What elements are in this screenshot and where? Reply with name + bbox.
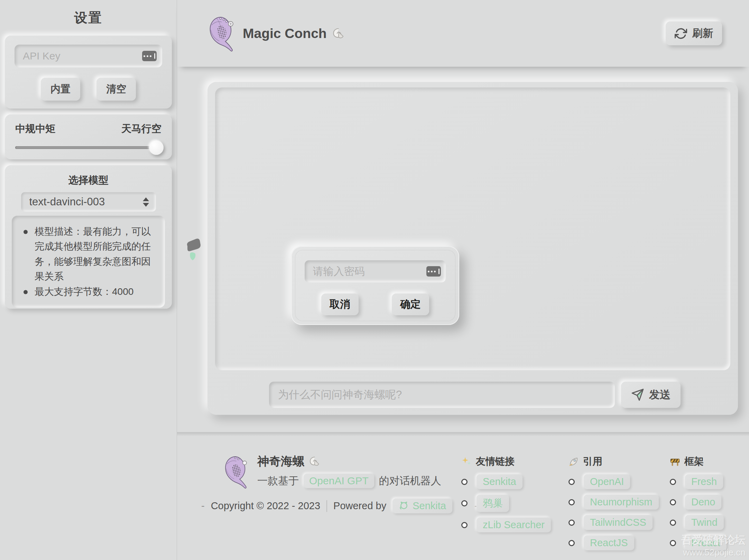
column-heading: 引用 <box>583 455 602 468</box>
plane-handle-icon[interactable] <box>182 237 204 264</box>
chat-card: 发送 <box>207 82 738 415</box>
watermark-line1: 吾爱破解论坛 <box>681 533 746 547</box>
watermark: 吾爱破解论坛 www.52pojie.cn <box>681 533 746 558</box>
tagline-prefix: 一款基于 <box>257 474 299 488</box>
footer-link[interactable]: 鸦巢 <box>477 495 509 512</box>
builtin-key-button[interactable]: 内置 <box>41 78 80 101</box>
footer-link[interactable]: Fresh <box>685 474 723 489</box>
rocket-icon <box>568 456 579 467</box>
footer-link[interactable]: Deno <box>685 495 721 510</box>
send-label: 发送 <box>649 388 671 402</box>
watermark-line2: www.52pojie.cn <box>681 547 746 558</box>
api-key-input[interactable] <box>22 50 142 62</box>
footer-link[interactable]: OpenAI <box>584 474 630 489</box>
password-field-wrap <box>305 260 446 282</box>
footer-link-item: Twind <box>670 515 727 530</box>
refresh-icon <box>675 27 687 40</box>
footer-link-item: Fresh <box>670 474 727 489</box>
footer-link[interactable]: Senkita <box>477 474 523 489</box>
shell-icon <box>332 27 345 40</box>
model-description-box: 模型描述：最有能力，可以完成其他模型所能完成的任务，能够理解复杂意图和因果关系 … <box>12 216 165 308</box>
footer-link-item: OpenAI <box>568 474 659 489</box>
footer-link-item: Neumorphism <box>568 495 659 510</box>
model-note: 最大支持字节数：4000 <box>21 284 156 299</box>
conch-logo <box>207 15 237 53</box>
github-icon <box>399 501 409 511</box>
senkita-label: Senkita <box>413 500 446 512</box>
model-note: 模型描述：最有能力，可以完成其他模型所能完成的任务，能够理解复杂意图和因果关系 <box>21 224 156 284</box>
password-fill-icon[interactable] <box>426 266 441 277</box>
footer-link-item: TailwindCSS <box>568 515 659 530</box>
main-header: Magic Conch 刷新 <box>177 0 749 67</box>
chat-input-wrap <box>269 382 615 408</box>
model-select[interactable]: text-davinci-003 <box>21 192 156 212</box>
circle-bullet <box>670 479 676 485</box>
select-arrows-icon <box>143 197 149 207</box>
footer-link-item: ReactJS <box>568 535 659 550</box>
footer-link[interactable]: Twind <box>685 515 724 530</box>
model-card: 选择模型 text-davinci-003 模型描述：最有能力，可以完成其他模型… <box>5 165 172 309</box>
conch-logo-small <box>223 454 251 489</box>
circle-bullet <box>670 499 676 505</box>
footer-divider <box>177 432 749 436</box>
app-title: Magic Conch <box>243 26 327 41</box>
slider-left-label: 中规中矩 <box>15 122 55 136</box>
openai-gpt-link[interactable]: OpenAI GPT <box>304 474 374 488</box>
column-heading: 友情链接 <box>476 455 515 468</box>
settings-sidebar: 设置 内置 清空 中规中矩 天马行空 选择模型 text-davinci-003… <box>0 0 177 560</box>
circle-bullet <box>461 500 468 506</box>
footer-link-item: 鸦巢 <box>461 495 551 512</box>
footer-link[interactable]: TailwindCSS <box>584 515 653 530</box>
footer-link-item: Senkita <box>461 474 551 489</box>
password-fill-icon[interactable] <box>142 51 157 61</box>
clear-key-button[interactable]: 清空 <box>96 78 136 101</box>
circle-bullet <box>461 522 468 528</box>
shell-icon <box>308 456 320 467</box>
paper-plane-icon <box>631 388 644 401</box>
chat-input[interactable] <box>277 386 607 403</box>
footer-brand-name: 神奇海螺 <box>257 454 304 469</box>
footer-link[interactable]: ReactJS <box>584 535 634 550</box>
refresh-label: 刷新 <box>692 26 713 40</box>
sparkles-icon <box>461 456 472 467</box>
confirm-button[interactable]: 确定 <box>392 293 429 315</box>
dash-decoration: - <box>201 500 205 512</box>
circle-bullet <box>568 520 575 526</box>
api-key-card: 内置 清空 <box>5 36 172 109</box>
circle-bullet <box>670 540 676 546</box>
temperature-card: 中规中矩 天马行空 <box>5 114 172 159</box>
footer-column-references: 引用 OpenAI Neumorphism TailwindCSS ReactJ… <box>568 455 659 550</box>
chat-messages-panel <box>215 87 730 370</box>
cancel-button[interactable]: 取消 <box>321 293 359 315</box>
temperature-slider[interactable] <box>15 146 161 149</box>
settings-title: 设置 <box>5 9 172 27</box>
model-selected-value: text-davinci-003 <box>29 196 105 208</box>
slider-thumb[interactable] <box>149 140 164 155</box>
vertical-divider <box>326 500 327 512</box>
circle-bullet <box>568 540 575 546</box>
refresh-button[interactable]: 刷新 <box>666 21 722 45</box>
slider-right-label: 天马行空 <box>121 122 161 136</box>
footer-link[interactable]: Neumorphism <box>584 495 659 510</box>
password-input[interactable] <box>312 265 426 278</box>
circle-bullet <box>461 479 468 485</box>
model-heading: 选择模型 <box>12 174 165 187</box>
copyright-text: Copyright © 2022 - 2023 <box>211 500 320 512</box>
footer-column-friend-links: 友情链接 Senkita 鸦巢 zLib Searcher <box>461 455 551 532</box>
tagline-suffix: 的对话机器人 <box>379 474 441 488</box>
api-key-field-wrap <box>15 45 162 67</box>
circle-bullet <box>568 479 575 485</box>
construction-icon <box>670 456 680 467</box>
circle-bullet <box>568 499 575 505</box>
powered-by-text: Powered by <box>333 500 386 512</box>
column-heading: 框架 <box>684 455 704 468</box>
circle-bullet <box>670 520 676 526</box>
footer-link[interactable]: zLib Searcher <box>477 517 551 532</box>
password-modal-inner: 取消 确定 <box>295 250 455 321</box>
senkita-github-link[interactable]: Senkita <box>392 498 452 513</box>
password-modal: 取消 确定 <box>291 246 459 325</box>
send-button[interactable]: 发送 <box>621 382 681 408</box>
footer-link-item: Deno <box>670 495 727 510</box>
footer: 神奇海螺 一款基于 OpenAI GPT 的对话机器人 - Copyright … <box>177 446 749 560</box>
footer-link-item: zLib Searcher <box>461 517 551 532</box>
